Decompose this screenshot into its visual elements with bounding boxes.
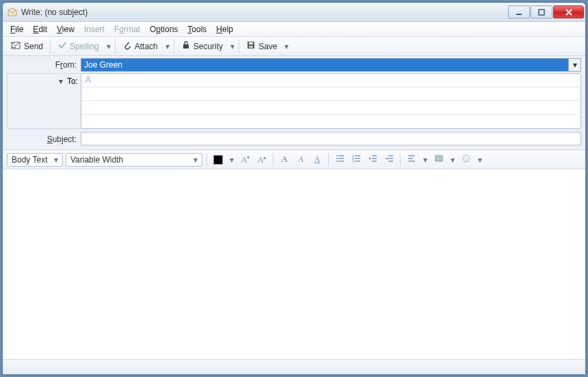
svg-point-4 <box>14 46 16 48</box>
toolbar-separator <box>206 154 207 166</box>
maximize-button[interactable] <box>531 5 552 18</box>
address-type-dropdown[interactable]: ▾ <box>59 76 63 86</box>
toolbar-separator <box>174 40 174 53</box>
smiley-icon <box>462 154 471 165</box>
menu-insert[interactable]: Insert <box>79 22 109 36</box>
minimize-button[interactable] <box>508 5 530 18</box>
svg-rect-21 <box>355 160 360 161</box>
app-icon <box>7 7 18 18</box>
address-input-row[interactable] <box>81 87 580 101</box>
security-dropdown[interactable]: ▾ <box>228 42 237 51</box>
menu-edit[interactable]: Edit <box>28 22 52 36</box>
menu-options[interactable]: Options <box>145 22 183 36</box>
check-icon <box>57 40 67 52</box>
attach-dropdown[interactable]: ▾ <box>163 42 172 51</box>
indent-button[interactable] <box>382 153 396 167</box>
decrease-font-button[interactable]: A▾ <box>239 153 252 167</box>
send-button[interactable]: Send <box>5 38 48 55</box>
chevron-down-icon: ▾ <box>568 59 580 71</box>
svg-point-33 <box>464 157 466 158</box>
emoji-button[interactable] <box>459 153 473 167</box>
subject-label: Subject: <box>7 133 81 144</box>
numbered-list-button[interactable]: 123 <box>349 153 363 167</box>
menu-view[interactable]: View <box>52 22 79 36</box>
statusbar <box>3 359 585 374</box>
underline-button[interactable]: A <box>310 153 324 167</box>
menu-file[interactable]: File <box>5 22 28 36</box>
insert-image-dropdown[interactable]: ▾ <box>449 155 457 165</box>
bold-icon: A <box>282 154 288 165</box>
close-button[interactable] <box>553 5 584 18</box>
save-dropdown[interactable]: ▾ <box>282 42 291 51</box>
numbered-list-icon: 123 <box>351 154 361 165</box>
svg-rect-19 <box>355 158 360 158</box>
paragraph-style-value: Body Text <box>12 155 47 165</box>
svg-rect-24 <box>372 160 377 161</box>
toolbar-separator <box>400 154 401 166</box>
svg-rect-6 <box>248 42 254 48</box>
menubar: File Edit View Insert Format Options Too… <box>3 22 585 37</box>
font-family-value: Variable Width <box>70 155 123 165</box>
menu-help[interactable]: Help <box>211 22 238 36</box>
text-color-dropdown[interactable]: ▾ <box>228 155 236 165</box>
subject-input[interactable] <box>84 132 578 145</box>
svg-point-10 <box>336 155 338 156</box>
font-family-select[interactable]: Variable Width ▾ <box>66 153 202 167</box>
font-larger-icon: A▴ <box>258 154 267 165</box>
format-toolbar: Body Text ▾ Variable Width ▾ ▾ A▾ A▴ A A… <box>3 150 585 169</box>
underline-icon: A <box>315 154 321 165</box>
bold-button[interactable]: A <box>278 153 291 167</box>
main-toolbar: Send Spelling ▾ Attach ▾ Security ▾ Save… <box>3 37 585 56</box>
svg-point-9 <box>87 76 90 79</box>
italic-button[interactable]: A <box>294 153 308 167</box>
bullet-list-button[interactable] <box>333 153 347 167</box>
menu-format[interactable]: Format <box>109 22 145 36</box>
compose-window: Write: (no subject) File Edit View Inser… <box>2 2 586 375</box>
align-button[interactable] <box>405 153 418 167</box>
send-icon <box>10 40 21 53</box>
spelling-dropdown[interactable]: ▾ <box>105 42 113 51</box>
address-input-row[interactable] <box>81 101 580 115</box>
spelling-button[interactable]: Spelling <box>53 38 104 54</box>
subject-input-wrap <box>81 132 581 145</box>
toolbar-separator <box>273 154 273 166</box>
contact-icon <box>84 75 92 85</box>
from-select[interactable]: Joe Green ▾ <box>81 58 581 72</box>
toolbar-separator <box>115 40 116 53</box>
security-button[interactable]: Security <box>176 38 228 54</box>
italic-icon: A <box>298 154 303 165</box>
align-dropdown[interactable]: ▾ <box>421 155 429 165</box>
svg-rect-28 <box>408 155 415 156</box>
chevron-down-icon: ▾ <box>191 154 200 166</box>
text-color-button[interactable] <box>211 153 225 167</box>
svg-rect-11 <box>338 155 344 156</box>
paragraph-style-select[interactable]: Body Text ▾ <box>7 153 63 167</box>
address-input-row[interactable] <box>81 115 580 128</box>
bullet-list-icon <box>335 154 345 165</box>
security-label: Security <box>193 42 223 51</box>
svg-rect-2 <box>12 42 20 48</box>
attach-button[interactable]: Attach <box>118 38 163 54</box>
message-body-editor[interactable] <box>3 169 585 359</box>
emoji-dropdown[interactable]: ▾ <box>476 155 484 165</box>
svg-rect-22 <box>372 155 377 156</box>
svg-rect-25 <box>388 155 393 156</box>
save-button[interactable]: Save <box>241 38 282 54</box>
menu-tools[interactable]: Tools <box>183 22 211 36</box>
align-left-icon <box>407 154 416 165</box>
attach-label: Attach <box>135 42 158 51</box>
insert-image-button[interactable] <box>432 153 446 167</box>
svg-point-14 <box>336 160 338 162</box>
font-smaller-icon: A▾ <box>241 154 250 165</box>
svg-rect-15 <box>338 160 344 161</box>
window-title: Write: (no subject) <box>21 8 508 17</box>
svg-rect-0 <box>516 14 522 15</box>
increase-font-button[interactable]: A▴ <box>255 153 269 167</box>
spelling-label: Spelling <box>70 42 99 51</box>
indent-icon <box>384 154 394 165</box>
to-label: To: <box>67 76 78 86</box>
to-input[interactable] <box>95 75 578 86</box>
outdent-button[interactable] <box>366 153 379 167</box>
svg-text:2: 2 <box>352 156 354 160</box>
svg-rect-26 <box>388 158 393 158</box>
